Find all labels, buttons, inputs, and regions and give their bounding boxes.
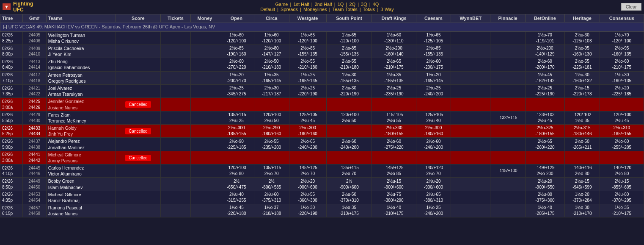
nav-4q[interactable]: 4Q	[373, 2, 379, 7]
draftkings-cell: 2½o-65-210/+175	[372, 58, 416, 71]
circa-cell: 2½u-60-375/+310	[254, 191, 289, 204]
draftkings-cell: -115/-1052½u-55	[372, 111, 416, 124]
heritage-cell: 2½o-95-160/+130	[564, 45, 600, 58]
tickets-cell	[160, 138, 190, 151]
open-cell: 1½o-60-120/+100	[219, 31, 254, 45]
teams-cell: Wellington TurmanMisha Cirkunov	[46, 31, 116, 45]
consensus-cell: 1½o-70-120/+100	[600, 31, 644, 45]
pinnacle-cell	[490, 45, 526, 58]
wynnbet-cell	[451, 151, 490, 164]
col-gm: Gm#	[22, 14, 46, 22]
wynnbet-cell	[451, 204, 490, 217]
caesars-cell: 2½u-25-240/+200	[416, 85, 451, 98]
pinnacle-cell	[490, 58, 526, 71]
westgate-cell	[289, 98, 326, 111]
time-cell: 02/268:00p	[0, 45, 23, 58]
nav-totals[interactable]: Totals	[363, 7, 375, 12]
tickets-cell	[160, 204, 190, 217]
score-cell	[116, 31, 160, 45]
circa-cell: -135/+1152½o-70	[254, 164, 289, 178]
score-cell	[116, 58, 160, 71]
pinnacle-cell	[490, 151, 526, 164]
teams-cell: Zhu RongIgnacio Bahamondes	[46, 58, 116, 71]
southpoint-cell: 2½u-50-370/+310	[326, 191, 372, 204]
caesars-cell: 2½o-85-155/+135	[416, 45, 451, 58]
time-cell: 02/267:10p	[0, 71, 23, 84]
westgate-cell: 2½u-55-360/+300	[289, 191, 326, 204]
pinnacle-cell	[490, 191, 526, 204]
heritage-cell	[564, 98, 600, 111]
nav-3way[interactable]: 3-Way	[380, 7, 394, 12]
table-row: 02/268:50p2444924450Bobby GreenIslam Mak…	[0, 178, 644, 191]
open-cell: -135/+1152½u-25	[219, 111, 254, 124]
circa-cell: 2½o-55-235/+200	[254, 138, 289, 151]
open-cell: 2½o-60-270/+220	[219, 58, 254, 71]
wynnbet-cell	[451, 58, 490, 71]
clear-button[interactable]: Clear	[621, 3, 641, 11]
caesars-cell: 2½o-60-200/+175	[416, 58, 451, 71]
betonline-cell: 2½o-60-200/+170	[525, 58, 564, 71]
westgate-cell: 2½o-65-240/+200	[289, 138, 326, 151]
score-cell	[116, 164, 160, 178]
circa-cell: 2½o-50-210/+180	[254, 58, 289, 71]
nav-spreads[interactable]: Spreads	[281, 7, 298, 12]
open-cell: 2½o-90-225/+185	[219, 138, 254, 151]
nav-1q[interactable]: 1Q	[338, 2, 344, 7]
caesars-cell: 1½o-25-240/+200	[416, 204, 451, 217]
open-cell: -120/+1002½o-80	[219, 164, 254, 178]
wynnbet-cell	[451, 164, 490, 178]
col-heritage: Heritage	[564, 14, 600, 22]
tickets-cell	[160, 191, 190, 204]
open-cell: 2½u-25-345/+275	[219, 85, 254, 98]
time-cell: 02/263:00a	[0, 151, 23, 164]
time-cell: 02/265:25p	[0, 125, 23, 138]
table-row: 02/264:35p2445324454Micheal GillmoreRami…	[0, 191, 644, 204]
nav-2q[interactable]: 2Q	[349, 2, 355, 7]
betonline-cell: 2½o-325-180/+155	[525, 125, 564, 138]
tickets-cell	[160, 85, 190, 98]
betonline-cell: 2½o-65-260/+220	[525, 138, 564, 151]
nav-1st-half[interactable]: 1st Half	[293, 2, 309, 7]
money-cell	[191, 58, 219, 71]
score-cell	[116, 111, 160, 124]
consensus-cell: 2½u-20-225/+185	[600, 85, 644, 98]
nav-default[interactable]: Default	[260, 7, 275, 12]
table-row: 02/268:25p2440524406Wellington TurmanMis…	[0, 31, 644, 45]
wynnbet-cell	[451, 191, 490, 204]
nav-2nd-half[interactable]: 2nd Half	[315, 2, 332, 7]
score-cell: Cancelled	[116, 125, 160, 138]
southpoint-cell: 2½o-85-155/+135	[326, 45, 372, 58]
caesars-cell: 1½o-65-125/+105	[416, 31, 451, 45]
heritage-cell: 1½u-30-160/+132	[564, 71, 600, 84]
caesars-cell: 2½o-60-240/+200	[416, 138, 451, 151]
col-money: Money	[191, 14, 219, 22]
pinnacle-cell: -115/+100	[490, 164, 526, 178]
col-caesars: Caesars	[416, 14, 451, 22]
time-cell: 02/265:50p	[0, 111, 23, 124]
southpoint-cell: 1½o-35-210/+175	[326, 204, 372, 217]
nav-team-totals[interactable]: Team-Totals	[332, 7, 357, 12]
consensus-cell	[600, 151, 644, 164]
draftkings-cell: -145/+1252½o-85	[372, 164, 416, 178]
gm-cell: 2444124442	[22, 151, 46, 164]
event-header-row: [-] UFC VEGAS 49: MAKHACHEV vs GREEN - S…	[0, 22, 644, 31]
nav-moneylines[interactable]: Moneylines	[303, 7, 327, 12]
pinnacle-cell	[490, 85, 526, 98]
table-row: 02/265:50p2442924430Fares ZiamTerrance M…	[0, 111, 644, 124]
draftkings-cell: 2½u-15-900/+600	[372, 178, 416, 191]
draftkings-cell: 2½o-25-235/+190	[372, 85, 416, 98]
pinnacle-cell	[490, 98, 526, 111]
nav-3q[interactable]: 3Q	[361, 2, 367, 7]
dropdown-arrow[interactable]: ▼	[3, 3, 11, 10]
southpoint-cell: 2½o-60-240/+200	[326, 138, 372, 151]
caesars-cell: 2½o-300-180/+160	[416, 125, 451, 138]
teams-cell: Bobby GreenIslam Makhachev	[46, 178, 116, 191]
consensus-cell: 1½o-35-210/+175	[600, 204, 644, 217]
pinnacle-cell	[490, 125, 526, 138]
open-cell: 2½u-40-315/+255	[219, 191, 254, 204]
betonline-cell: 2½u-25-225/+190	[525, 85, 564, 98]
heritage-cell: 2½o-315-180/+146	[564, 125, 600, 138]
gm-cell: 2445724458	[22, 204, 46, 217]
pinnacle-cell	[490, 204, 526, 217]
gm-cell: 2444524446	[22, 164, 46, 178]
